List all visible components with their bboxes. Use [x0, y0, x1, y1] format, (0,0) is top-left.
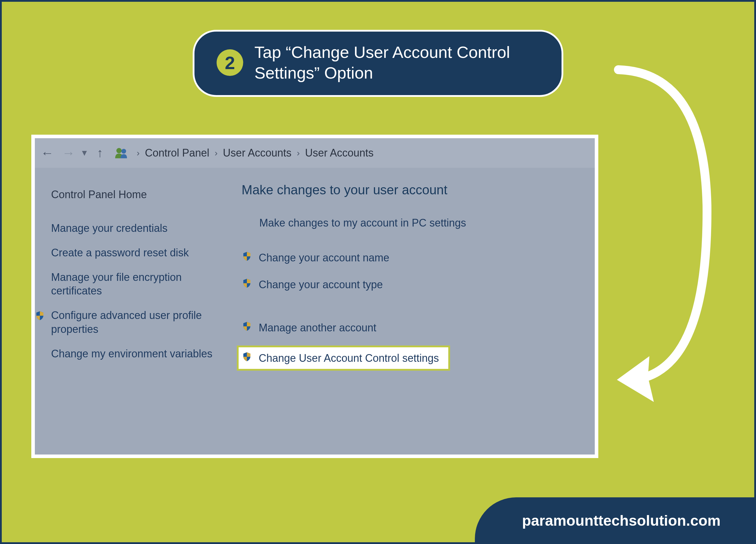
breadcrumb-item[interactable]: User Accounts: [223, 147, 291, 159]
link-label: Manage another account: [259, 322, 376, 334]
link-manage-another-account[interactable]: Manage another account: [242, 319, 583, 337]
chevron-right-icon: ›: [215, 148, 218, 158]
link-change-uac-settings[interactable]: Change User Account Control settings: [237, 346, 450, 371]
instruction-frame: 2 Tap “Change User Account Control Setti…: [0, 0, 756, 544]
sidebar-link-label: Change my environment variables: [51, 348, 212, 360]
main-content: Make changes to your user account Make c…: [242, 180, 595, 380]
step-title: Tap “Change User Account Control Setting…: [255, 42, 535, 83]
link-change-account-name[interactable]: Change your account name: [242, 249, 583, 267]
link-label: Make changes to my account in PC setting…: [259, 217, 466, 229]
site-name: paramounttechsolution.com: [522, 512, 721, 529]
step-number: 2: [225, 52, 235, 73]
shield-icon: [35, 310, 45, 325]
breadcrumb-item[interactable]: Control Panel: [145, 147, 209, 159]
sidebar-link-label: Create a password reset disk: [51, 247, 189, 259]
sidebar-title: Control Panel Home: [51, 188, 230, 201]
user-accounts-icon: [114, 147, 128, 159]
sidebar-link-profile-properties[interactable]: Configure advanced user profile properti…: [51, 309, 230, 336]
chevron-right-icon: ›: [297, 148, 300, 158]
sidebar-link-credentials[interactable]: Manage your credentials: [51, 221, 230, 235]
footer-badge: paramounttechsolution.com: [475, 497, 756, 544]
sidebar-link-env-variables[interactable]: Change my environment variables: [51, 347, 230, 361]
address-bar: ← → ▼ ↑ › Control Panel › User Accounts …: [35, 138, 595, 168]
link-label: Change User Account Control settings: [259, 352, 439, 364]
svg-point-1: [121, 149, 126, 154]
shield-icon: [242, 250, 252, 265]
sidebar-link-password-reset[interactable]: Create a password reset disk: [51, 246, 230, 260]
main-title: Make changes to your user account: [242, 183, 583, 197]
shield-icon: [242, 351, 252, 365]
sidebar-link-label: Configure advanced user profile properti…: [51, 309, 202, 335]
sidebar-link-label: Manage your credentials: [51, 222, 167, 234]
step-badge: 2 Tap “Change User Account Control Setti…: [193, 30, 563, 97]
sidebar-link-encryption[interactable]: Manage your file encryption certificates: [51, 271, 230, 298]
step-number-circle: 2: [217, 49, 243, 76]
sidebar: Control Panel Home Manage your credentia…: [35, 180, 242, 380]
breadcrumb-item[interactable]: User Accounts: [305, 147, 374, 159]
forward-icon[interactable]: →: [62, 146, 75, 160]
sidebar-link-label: Manage your file encryption certificates: [51, 271, 182, 297]
chevron-right-icon: ›: [137, 148, 140, 158]
svg-point-0: [116, 148, 122, 153]
breadcrumb: › Control Panel › User Accounts › User A…: [137, 147, 374, 159]
window-body: Control Panel Home Manage your credentia…: [35, 168, 595, 380]
shield-icon: [242, 320, 252, 335]
link-label: Change your account name: [259, 252, 389, 264]
shield-icon: [242, 277, 252, 292]
history-dropdown-icon[interactable]: ▼: [80, 148, 89, 158]
link-label: Change your account type: [259, 278, 383, 291]
control-panel-window: ← → ▼ ↑ › Control Panel › User Accounts …: [31, 135, 598, 458]
link-change-account-type[interactable]: Change your account type: [242, 276, 583, 294]
curved-arrow: [601, 58, 725, 412]
link-pc-settings[interactable]: Make changes to my account in PC setting…: [259, 215, 583, 231]
back-icon[interactable]: ←: [41, 146, 54, 160]
up-icon[interactable]: ↑: [97, 146, 103, 160]
